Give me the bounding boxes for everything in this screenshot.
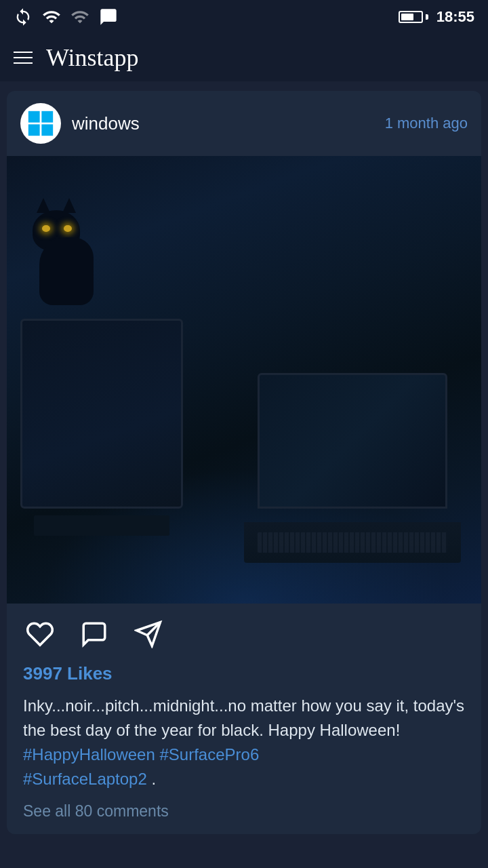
laptop-device xyxy=(244,373,461,563)
svg-rect-0 xyxy=(28,111,40,123)
like-button[interactable] xyxy=(23,617,57,651)
status-right: 18:55 xyxy=(399,8,474,26)
windows-logo-icon xyxy=(27,110,54,137)
caption-end: . xyxy=(147,770,156,788)
tablet-device xyxy=(20,319,183,536)
cat-eye-left xyxy=(42,225,50,232)
wifi-icon xyxy=(42,7,61,26)
app-title: Winstapp xyxy=(46,43,139,72)
post-card: windows 1 month ago xyxy=(7,91,481,834)
tablet-base xyxy=(34,515,169,536)
laptop-base xyxy=(244,522,461,563)
likes-count[interactable]: 3997 Likes xyxy=(23,663,465,684)
share-button[interactable] xyxy=(131,617,165,651)
cat-body xyxy=(39,237,94,305)
svg-rect-5 xyxy=(27,123,54,125)
share-icon xyxy=(134,620,163,648)
tablet-screen xyxy=(20,319,183,509)
cat-ear-right xyxy=(62,198,76,213)
cat-ear-left xyxy=(37,198,50,213)
cat-eye-right xyxy=(64,225,72,232)
sync-icon xyxy=(14,7,33,26)
signal-icon xyxy=(70,7,89,26)
avatar[interactable] xyxy=(20,103,61,144)
svg-rect-2 xyxy=(28,124,40,136)
hashtag-2[interactable]: #SurfacePro6 xyxy=(159,745,259,764)
status-icons-left xyxy=(14,7,118,26)
post-username[interactable]: windows xyxy=(72,113,140,134)
cat-silhouette xyxy=(33,210,107,305)
time-display: 18:55 xyxy=(436,8,474,26)
post-details: 3997 Likes Inky...noir...pitch...midnigh… xyxy=(7,658,481,834)
post-time: 1 month ago xyxy=(385,115,468,132)
post-header: windows 1 month ago xyxy=(7,91,481,156)
hamburger-menu[interactable] xyxy=(14,52,33,64)
post-caption: Inky...noir...pitch...midnight...no matt… xyxy=(23,694,465,791)
post-actions xyxy=(7,604,481,658)
battery-icon xyxy=(399,11,428,23)
heart-icon xyxy=(26,620,54,648)
hashtag-3[interactable]: #SurfaceLaptop2 xyxy=(23,770,147,788)
laptop-keyboard xyxy=(258,532,447,553)
post-image[interactable] xyxy=(7,156,481,604)
svg-rect-1 xyxy=(41,111,53,123)
hashtag-1[interactable]: #HappyHalloween xyxy=(23,745,155,764)
laptop-screen xyxy=(258,373,447,509)
comment-button[interactable] xyxy=(77,617,111,651)
see-comments[interactable]: See all 80 comments xyxy=(23,802,465,821)
chat-icon xyxy=(99,7,118,26)
post-user[interactable]: windows xyxy=(20,103,140,144)
comment-icon xyxy=(80,620,108,648)
svg-rect-3 xyxy=(41,124,53,136)
caption-text: Inky...noir...pitch...midnight...no matt… xyxy=(23,696,464,739)
status-bar: 18:55 xyxy=(0,0,488,34)
top-navigation: Winstapp xyxy=(0,34,488,81)
